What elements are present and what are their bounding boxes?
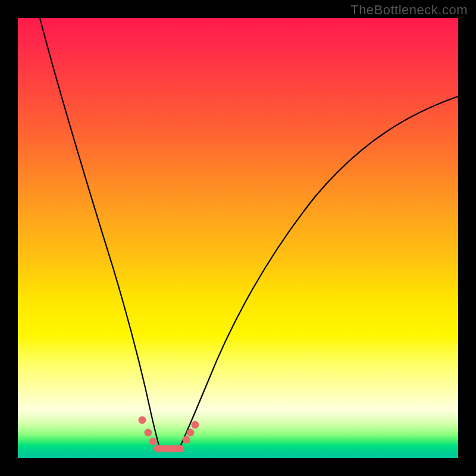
marker-dot	[139, 416, 146, 424]
marker-dot	[183, 436, 190, 444]
chart-svg	[18, 18, 458, 458]
marker-dot	[187, 429, 195, 437]
marker-dot	[145, 429, 152, 437]
left-curve	[40, 18, 159, 447]
marker-dot	[169, 445, 177, 453]
watermark-text: TheBottleneck.com	[350, 2, 468, 18]
marker-dot	[192, 421, 199, 429]
plot-area	[18, 18, 458, 458]
marker-dot	[162, 445, 170, 453]
marker-dot	[176, 445, 184, 453]
chart-frame: TheBottleneck.com	[0, 0, 476, 476]
marker-dot	[155, 445, 162, 453]
marker-dot	[149, 438, 157, 446]
right-curve	[180, 96, 458, 447]
